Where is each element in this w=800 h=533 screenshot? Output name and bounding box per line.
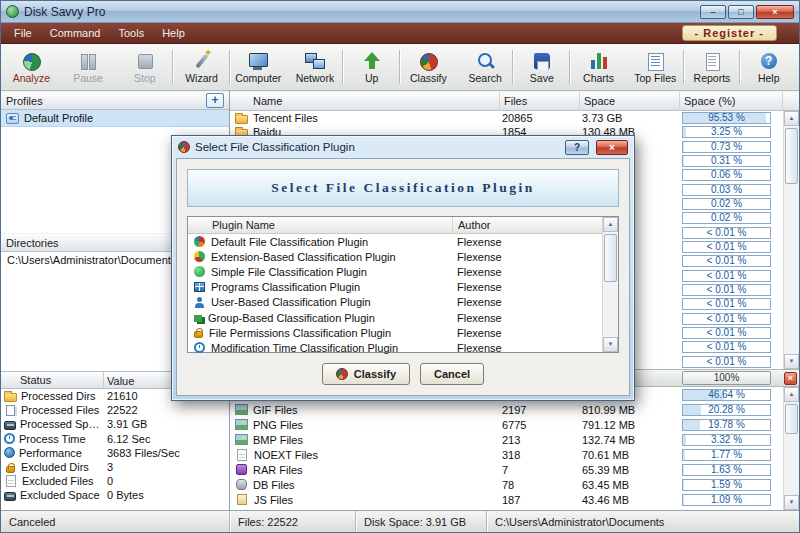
plugin-row[interactable]: Default File Classification Plugin Flexe…	[188, 234, 602, 249]
status-row-value: 0 Bytes	[104, 489, 229, 501]
percent-label: 1.09 %	[683, 495, 770, 505]
plugin-row[interactable]: User-Based Classification Plugin Flexens…	[188, 295, 602, 310]
status-row-label: Processed Files	[21, 404, 99, 416]
scroll-track[interactable]	[784, 402, 799, 495]
column-header-percent[interactable]: Space (%)	[680, 92, 783, 111]
toolbar-button[interactable]: Stop	[130, 49, 160, 86]
app-icon	[6, 5, 19, 18]
row-icon	[235, 115, 248, 124]
plugin-row[interactable]: Group-Based Classification Plugin Flexen…	[188, 310, 602, 325]
toolbar-button-group: Save	[513, 45, 570, 89]
scroll-up-arrow[interactable]	[784, 387, 799, 402]
directories-scrollbar[interactable]	[783, 111, 799, 369]
minimize-button[interactable]: –	[700, 5, 726, 19]
space-percent-bar: 0.03 %	[682, 184, 771, 196]
toolbar-button[interactable]: Classify	[406, 49, 451, 86]
menu-item[interactable]: Help	[153, 25, 194, 41]
scroll-up-arrow[interactable]	[603, 217, 618, 232]
status-row-value: 3	[104, 461, 229, 473]
author-column-header[interactable]: Author	[452, 217, 602, 233]
classify-button[interactable]: Classify	[322, 363, 410, 385]
percent-label: 0.02 %	[683, 213, 770, 223]
toolbar-button[interactable]: Analyze	[9, 49, 54, 86]
close-button[interactable]: ×	[756, 5, 794, 19]
toolbar-button[interactable]: Search	[464, 49, 505, 86]
status-row-icon	[4, 447, 15, 458]
space-percent-bar: 0.02 %	[682, 198, 771, 210]
table-row[interactable]: Tencent Files 20865 3.73 GB 95.53 %	[230, 111, 783, 125]
scroll-track[interactable]	[784, 126, 799, 354]
status-row-icon	[4, 492, 16, 501]
plugin-icon	[194, 266, 205, 277]
plugin-row[interactable]: Modification Time Classification Plugin …	[188, 340, 602, 355]
table-row[interactable]: PNG Files 6775 791.12 MB 19.78 %	[230, 417, 783, 432]
cancel-button[interactable]: Cancel	[420, 363, 484, 385]
plugin-icon	[194, 251, 205, 262]
toolbar-button[interactable]: Wizard	[181, 49, 222, 86]
table-row[interactable]: BMP Files 213 132.74 MB 3.32 %	[230, 432, 783, 447]
file-types-scrollbar[interactable]	[783, 387, 799, 510]
toolbar-button[interactable]: Reports	[690, 49, 735, 86]
column-header-name[interactable]: Name	[230, 92, 500, 111]
space-percent-bar: < 0.01 %	[682, 298, 771, 310]
scroll-track[interactable]	[603, 232, 618, 337]
add-profile-button[interactable]: +	[206, 93, 224, 108]
percent-label: < 0.01 %	[683, 228, 770, 238]
toolbar-button[interactable]: Pause	[69, 49, 107, 86]
dialog-help-button[interactable]: ?	[565, 140, 589, 155]
toolbar-button[interactable]: Up	[357, 49, 387, 86]
table-row[interactable]: NOEXT Files 318 70.61 MB 1.77 %	[230, 447, 783, 462]
toolbar-button-group: Computer	[230, 45, 287, 89]
column-header-files[interactable]: Files	[500, 92, 580, 111]
space-percent-bar: 46.64 %	[682, 389, 771, 401]
dialog-close-button[interactable]: ×	[596, 140, 628, 155]
register-button[interactable]: - Register -	[682, 25, 777, 41]
scroll-down-arrow[interactable]	[603, 337, 618, 352]
toolbar-button[interactable]: Charts	[579, 49, 618, 86]
percent-label: 0.31 %	[683, 156, 770, 166]
scroll-down-arrow[interactable]	[784, 354, 799, 369]
plugin-row[interactable]: Extension-Based Classification Plugin Fl…	[188, 249, 602, 264]
toolbar-button[interactable]: Help	[754, 49, 784, 86]
toolbar-icon	[134, 51, 156, 71]
toolbar-button[interactable]: Top Files	[630, 49, 680, 86]
menu-item[interactable]: Command	[41, 25, 110, 41]
space-percent-bar: < 0.01 %	[682, 255, 771, 267]
table-row[interactable]: JS Files 187 43.46 MB 1.09 %	[230, 492, 783, 507]
table-row[interactable]: RAR Files 7 65.39 MB 1.63 %	[230, 462, 783, 477]
profile-item-default[interactable]: Default Profile	[1, 110, 229, 127]
scroll-thumb[interactable]	[604, 234, 617, 282]
filter-close-button[interactable]: ×	[784, 372, 797, 385]
percent-label: 0.73 %	[683, 142, 770, 152]
scroll-thumb[interactable]	[785, 128, 798, 184]
percent-label: 1.77 %	[683, 450, 770, 460]
table-row[interactable]: DB Files 78 63.45 MB 1.59 %	[230, 477, 783, 492]
plugin-icon	[194, 342, 205, 353]
scroll-thumb[interactable]	[785, 404, 798, 434]
filter-percent-button[interactable]: 100%	[682, 371, 771, 385]
menu-item[interactable]: File	[5, 25, 41, 41]
column-header-space[interactable]: Space	[580, 92, 680, 111]
plugin-list-scrollbar[interactable]	[602, 217, 618, 352]
status-column-header[interactable]: Status	[1, 372, 104, 389]
percent-label: 19.78 %	[683, 420, 770, 430]
status-row-label: Excluded Space	[20, 489, 100, 501]
plugin-row[interactable]: Simple File Classification Plugin Flexen…	[188, 264, 602, 279]
dialog-header-banner: Select File Classification Plugin	[187, 169, 619, 207]
toolbar-button[interactable]: Save	[526, 49, 558, 86]
scroll-up-arrow[interactable]	[784, 111, 799, 126]
toolbar-button-label: Network	[296, 72, 335, 84]
status-row-label: Excluded Dirs	[21, 461, 89, 473]
maximize-button[interactable]: □	[728, 5, 754, 19]
app-window: Disk Savvy Pro – □ × File Command Tools …	[0, 0, 800, 533]
plugin-row[interactable]: File Permissions Classification Plugin F…	[188, 325, 602, 340]
toolbar: Analyze Pause Stop Wizard	[1, 44, 799, 91]
table-row[interactable]: GIF Files 2197 810.99 MB 20.28 %	[230, 402, 783, 417]
plugin-name-column-header[interactable]: Plugin Name	[188, 219, 452, 231]
toolbar-button[interactable]: Network	[292, 49, 339, 86]
plugin-row[interactable]: Programs Classification Plugin Flexense	[188, 280, 602, 295]
menu-item[interactable]: Tools	[109, 25, 153, 41]
scroll-down-arrow[interactable]	[784, 495, 799, 510]
toolbar-button-label: Search	[468, 72, 501, 84]
toolbar-button[interactable]: Computer	[231, 49, 285, 86]
